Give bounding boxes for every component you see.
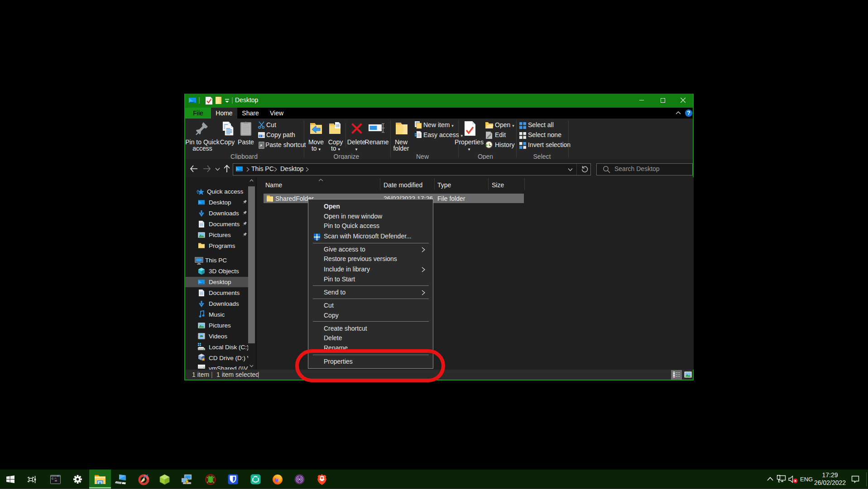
svg-text:C:\: C:\ xyxy=(52,477,57,480)
